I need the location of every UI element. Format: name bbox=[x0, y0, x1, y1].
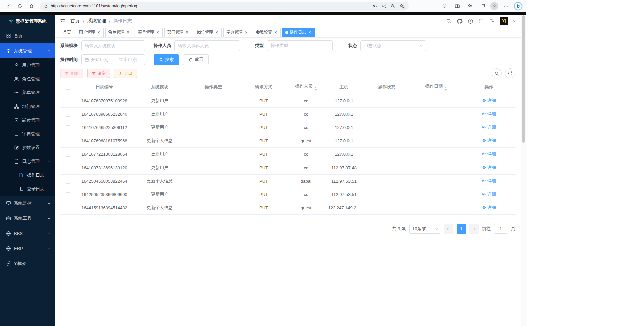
table-refresh-icon[interactable] bbox=[505, 68, 515, 78]
sidebar-item-dictionary[interactable]: 字典管理 bbox=[0, 127, 55, 141]
page-size-select[interactable]: 10条/页 bbox=[409, 224, 440, 234]
tab-department-management[interactable]: 部门管理× bbox=[164, 28, 192, 37]
row-checkbox[interactable] bbox=[66, 125, 70, 130]
date-range-picker[interactable]: 开始日期 - 结束日期 bbox=[81, 54, 145, 65]
password-key-icon[interactable] bbox=[372, 4, 377, 9]
sort-icons[interactable] bbox=[444, 87, 447, 91]
sidebar-item-bbs[interactable]: BBS bbox=[0, 226, 55, 241]
detail-link[interactable]: 详细 bbox=[482, 97, 496, 104]
split-screen-icon[interactable] bbox=[452, 1, 462, 11]
sidebar-item-operation-log[interactable]: 操作日志 bbox=[0, 168, 55, 182]
fullscreen-icon[interactable] bbox=[478, 18, 484, 24]
tab-post-management[interactable]: 岗位管理× bbox=[194, 28, 222, 37]
sidebar-item-departments[interactable]: 部门管理 bbox=[0, 100, 55, 113]
detail-link[interactable]: 详细 bbox=[482, 178, 496, 184]
col-operator[interactable]: 操作人员 bbox=[287, 80, 325, 94]
sidebar-item-system[interactable]: 系统管理 bbox=[0, 43, 55, 58]
user-logo-badge[interactable]: Yj bbox=[500, 17, 508, 25]
row-checkbox[interactable] bbox=[66, 112, 70, 117]
browser-essentials-icon[interactable] bbox=[439, 1, 449, 11]
back-button[interactable] bbox=[3, 1, 13, 11]
tab-parameter-settings[interactable]: 参数设置× bbox=[253, 28, 281, 37]
tab-close-icon[interactable]: × bbox=[185, 30, 189, 35]
read-aloud-icon[interactable] bbox=[381, 4, 386, 9]
detail-link[interactable]: 详细 bbox=[482, 191, 496, 197]
font-size-icon[interactable] bbox=[489, 18, 495, 24]
sidebar-item-erp[interactable]: ERP bbox=[0, 241, 55, 256]
export-button[interactable]: 导出 bbox=[114, 69, 137, 78]
tab-operation-log[interactable]: 操作日志× bbox=[282, 28, 315, 37]
tab-role-management[interactable]: 角色管理× bbox=[105, 28, 133, 37]
row-checkbox[interactable] bbox=[66, 206, 70, 210]
home-button[interactable] bbox=[26, 1, 36, 11]
goto-page-input[interactable] bbox=[494, 224, 507, 234]
reset-button[interactable]: 重置 bbox=[183, 54, 209, 65]
tab-menu-management[interactable]: 菜单管理× bbox=[135, 28, 163, 37]
row-checkbox[interactable] bbox=[66, 152, 70, 157]
detail-link[interactable]: 详细 bbox=[482, 138, 496, 144]
scrollbar-thumb[interactable] bbox=[522, 15, 525, 143]
sidebar-item-log-management[interactable]: 日志管理 bbox=[0, 154, 55, 168]
tab-close-icon[interactable]: × bbox=[244, 30, 248, 35]
page-number-button[interactable]: 1 bbox=[457, 224, 466, 234]
sidebar-item-roles[interactable]: 角色管理 bbox=[0, 72, 55, 86]
zoom-icon[interactable] bbox=[390, 4, 395, 9]
page-scrollbar[interactable] bbox=[521, 15, 526, 326]
tab-close-icon[interactable]: × bbox=[97, 30, 101, 35]
row-checkbox[interactable] bbox=[66, 179, 70, 184]
row-checkbox[interactable] bbox=[66, 99, 70, 103]
row-checkbox[interactable] bbox=[66, 166, 70, 170]
sidebar-item-home[interactable]: 首页 bbox=[0, 28, 55, 43]
breadcrumb-section[interactable]: 系统管理 bbox=[87, 18, 106, 24]
sidebar-item-login-log[interactable]: 登录日志 bbox=[0, 182, 55, 196]
sidebar-item-posts[interactable]: 岗位管理 bbox=[0, 113, 55, 127]
breadcrumb-home[interactable]: 首页 bbox=[70, 18, 80, 24]
tab-home[interactable]: 首页 bbox=[60, 28, 74, 37]
help-icon[interactable] bbox=[468, 18, 473, 24]
clear-button[interactable]: 清空 bbox=[87, 69, 110, 78]
sidebar-item-users[interactable]: 用户管理 bbox=[0, 58, 55, 72]
tab-close-icon[interactable]: × bbox=[156, 30, 160, 35]
sidebar-item-menus[interactable]: 菜单管理 bbox=[0, 86, 55, 100]
tab-user-management[interactable]: 用户管理× bbox=[76, 28, 104, 37]
user-menu-caret-icon[interactable] bbox=[513, 19, 516, 22]
sidebar-toggle[interactable] bbox=[60, 18, 66, 24]
detail-link[interactable]: 详细 bbox=[482, 151, 496, 157]
github-icon[interactable] bbox=[457, 18, 463, 24]
profile-avatar[interactable] bbox=[490, 2, 498, 10]
col-date[interactable]: 操作日期 bbox=[410, 80, 462, 94]
tab-close-icon[interactable]: × bbox=[126, 30, 130, 35]
collections-icon[interactable] bbox=[478, 1, 488, 11]
module-input[interactable] bbox=[81, 40, 145, 51]
tab-dictionary-management[interactable]: 字典管理× bbox=[223, 28, 251, 37]
detail-link[interactable]: 详细 bbox=[482, 165, 496, 171]
tab-close-icon[interactable]: × bbox=[274, 30, 278, 35]
more-menu-icon[interactable] bbox=[501, 1, 511, 11]
operator-input[interactable] bbox=[174, 40, 240, 51]
row-checkbox[interactable] bbox=[66, 139, 70, 143]
sidebar-item-yi-framework[interactable]: Yi框架 bbox=[0, 256, 55, 271]
sidebar-item-system-monitor[interactable]: 系统监控 bbox=[0, 196, 55, 211]
address-bar[interactable]: https://ccnetcore.com:1101/system/log/op… bbox=[40, 2, 409, 11]
favorites-bar-icon[interactable] bbox=[465, 1, 475, 11]
sidebar-item-parameters[interactable]: 参数设置 bbox=[0, 141, 55, 154]
detail-link[interactable]: 详细 bbox=[482, 124, 496, 130]
prev-page-button[interactable] bbox=[444, 224, 453, 234]
sort-icons[interactable] bbox=[314, 87, 317, 91]
refresh-button[interactable] bbox=[15, 1, 25, 11]
delete-button[interactable]: 删除 bbox=[60, 69, 83, 78]
row-checkbox[interactable] bbox=[66, 192, 70, 197]
status-select[interactable]: 日志状态 bbox=[360, 40, 426, 51]
header-search-icon[interactable] bbox=[446, 18, 452, 24]
type-select[interactable]: 操作类型 bbox=[267, 40, 333, 51]
sidebar-item-system-tools[interactable]: 系统工具 bbox=[0, 211, 55, 226]
detail-link[interactable]: 详细 bbox=[482, 205, 496, 211]
tab-close-icon[interactable]: × bbox=[215, 30, 219, 35]
bing-icon[interactable]: b bbox=[514, 2, 522, 10]
detail-link[interactable]: 详细 bbox=[482, 111, 496, 117]
select-all-checkbox[interactable] bbox=[66, 85, 70, 90]
tab-close-icon[interactable]: × bbox=[308, 30, 312, 35]
search-button[interactable]: 搜索 bbox=[154, 54, 179, 65]
url-text[interactable]: https://ccnetcore.com:1101/system/log/op… bbox=[51, 4, 370, 8]
toggle-search-icon[interactable] bbox=[492, 68, 502, 78]
